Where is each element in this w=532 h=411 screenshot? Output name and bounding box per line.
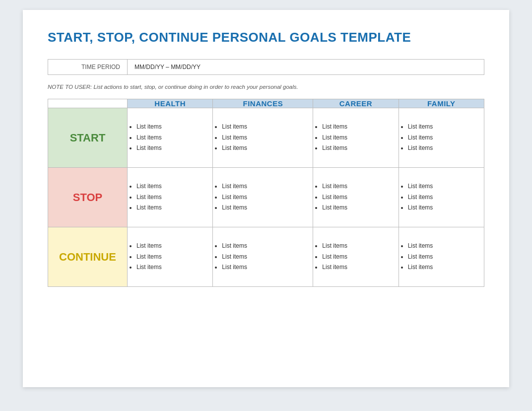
continue-finances-cell[interactable]: List items List items List items	[213, 227, 313, 287]
continue-label: CONTINUE	[59, 251, 116, 263]
list-item: List items	[222, 203, 313, 213]
time-period-label: TIME PERIOD	[48, 60, 128, 74]
stop-finances-cell[interactable]: List items List items List items	[213, 168, 313, 227]
time-period-row: TIME PERIOD MM/DD/YY – MM/DD/YY	[48, 59, 484, 75]
stop-row: STOP List items List items List items Li…	[48, 168, 484, 227]
start-health-list: List items List items List items	[128, 122, 212, 154]
list-item: List items	[136, 143, 212, 154]
header-row: HEALTH FINANCES CAREER FAMILY	[48, 99, 484, 108]
continue-row: CONTINUE List items List items List item…	[48, 227, 484, 287]
list-item: List items	[136, 262, 212, 273]
list-item: List items	[222, 133, 313, 143]
header-finances: FINANCES	[213, 99, 313, 108]
list-item: List items	[408, 133, 484, 143]
list-item: List items	[222, 181, 313, 192]
list-item: List items	[322, 203, 398, 213]
stop-career-list: List items List items List items	[313, 181, 398, 213]
list-item: List items	[222, 262, 313, 273]
list-item: List items	[408, 143, 484, 154]
continue-finances-list: List items List items List items	[213, 241, 313, 273]
list-item: List items	[408, 203, 484, 213]
header-career: CAREER	[313, 99, 399, 108]
start-health-cell[interactable]: List items List items List items	[128, 108, 213, 168]
list-item: List items	[322, 143, 398, 154]
list-item: List items	[408, 241, 484, 252]
list-item: List items	[322, 122, 398, 133]
time-period-value[interactable]: MM/DD/YY – MM/DD/YY	[128, 60, 484, 74]
stop-label-cell: STOP	[48, 168, 128, 227]
list-item: List items	[222, 252, 313, 263]
list-item: List items	[136, 241, 212, 252]
stop-label: STOP	[73, 191, 103, 204]
list-item: List items	[322, 133, 398, 143]
header-family: FAMILY	[399, 99, 484, 108]
stop-health-cell[interactable]: List items List items List items	[128, 168, 213, 227]
goals-table: HEALTH FINANCES CAREER FAMILY START List…	[48, 99, 484, 287]
continue-career-list: List items List items List items	[313, 241, 398, 273]
list-item: List items	[136, 203, 212, 213]
list-item: List items	[408, 252, 484, 263]
list-item: List items	[222, 241, 313, 252]
page-title: START, STOP, CONTINUE PERSONAL GOALS TEM…	[48, 30, 484, 45]
list-item: List items	[136, 181, 212, 192]
list-item: List items	[408, 181, 484, 192]
stop-family-list: List items List items List items	[399, 181, 484, 213]
page-container: START, STOP, CONTINUE PERSONAL GOALS TEM…	[23, 10, 509, 387]
start-row: START List items List items List items L…	[48, 108, 484, 168]
list-item: List items	[136, 122, 212, 133]
list-item: List items	[408, 192, 484, 203]
stop-health-list: List items List items List items	[128, 181, 212, 213]
start-family-list: List items List items List items	[399, 122, 484, 154]
continue-label-cell: CONTINUE	[48, 227, 128, 287]
stop-family-cell[interactable]: List items List items List items	[399, 168, 484, 227]
list-item: List items	[222, 192, 313, 203]
continue-family-list: List items List items List items	[399, 241, 484, 273]
list-item: List items	[322, 192, 398, 203]
list-item: List items	[322, 262, 398, 273]
header-empty-cell	[48, 99, 128, 108]
start-finances-cell[interactable]: List items List items List items	[213, 108, 313, 168]
list-item: List items	[322, 181, 398, 192]
list-item: List items	[136, 192, 212, 203]
list-item: List items	[408, 122, 484, 133]
list-item: List items	[136, 252, 212, 263]
list-item: List items	[322, 252, 398, 263]
start-career-cell[interactable]: List items List items List items	[313, 108, 399, 168]
list-item: List items	[322, 241, 398, 252]
list-item: List items	[222, 143, 313, 154]
start-finances-list: List items List items List items	[213, 122, 313, 154]
note-text: NOTE TO USER: List actions to start, sto…	[48, 84, 484, 90]
continue-health-cell[interactable]: List items List items List items	[128, 227, 213, 287]
start-label-cell: START	[48, 108, 128, 168]
continue-family-cell[interactable]: List items List items List items	[399, 227, 484, 287]
header-health: HEALTH	[128, 99, 213, 108]
continue-career-cell[interactable]: List items List items List items	[313, 227, 399, 287]
list-item: List items	[222, 122, 313, 133]
stop-finances-list: List items List items List items	[213, 181, 313, 213]
list-item: List items	[408, 262, 484, 273]
start-career-list: List items List items List items	[313, 122, 398, 154]
stop-career-cell[interactable]: List items List items List items	[313, 168, 399, 227]
start-family-cell[interactable]: List items List items List items	[399, 108, 484, 168]
start-label: START	[70, 132, 106, 144]
continue-health-list: List items List items List items	[128, 241, 212, 273]
list-item: List items	[136, 133, 212, 143]
